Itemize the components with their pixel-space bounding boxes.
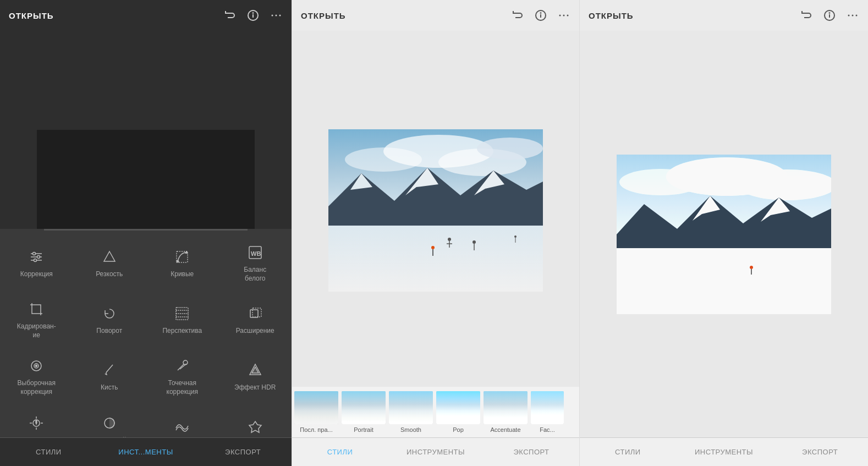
tool-glamour[interactable]: Блесксофита bbox=[0, 405, 73, 437]
svg-point-10 bbox=[37, 255, 40, 258]
tool-selective[interactable]: Выборочнаякоррекция bbox=[0, 348, 73, 405]
svg-point-66 bbox=[473, 240, 476, 244]
tool-crop-label: Кадрирован-ие bbox=[17, 322, 56, 339]
more-icon-1[interactable] bbox=[270, 9, 283, 22]
tool-correction-label: Коррекция bbox=[20, 270, 53, 279]
tool-vintage[interactable]: Винтаж bbox=[219, 405, 292, 437]
info-icon-3[interactable] bbox=[823, 9, 836, 22]
svg-point-52 bbox=[567, 15, 569, 17]
perspective-icon bbox=[173, 305, 191, 322]
sharpness-icon bbox=[101, 248, 118, 266]
tool-selective-label: Выборочнаякоррекция bbox=[18, 379, 56, 396]
panel-2-header: ОТКРЫТЬ bbox=[292, 0, 579, 31]
style-last-edit[interactable]: Посл. пра... bbox=[294, 391, 338, 433]
correction-icon bbox=[28, 248, 45, 266]
info-icon-2[interactable] bbox=[534, 9, 547, 22]
curves-icon bbox=[173, 248, 191, 266]
style-portrait[interactable]: Portrait bbox=[342, 391, 386, 433]
styles-strip: Посл. пра... Portrait Smooth Pop bbox=[292, 387, 579, 437]
tab-export-3[interactable]: ЭКСПОРТ bbox=[772, 438, 868, 466]
header-icons-1 bbox=[223, 9, 283, 22]
more-icon-3[interactable] bbox=[846, 9, 859, 22]
style-accentuate[interactable]: Accentuate bbox=[484, 391, 528, 433]
svg-point-63 bbox=[448, 238, 451, 241]
style-pop[interactable]: Pop bbox=[436, 391, 480, 433]
tool-crop[interactable]: Кадрирован-ие bbox=[0, 292, 73, 348]
svg-marker-38 bbox=[249, 421, 261, 432]
brush-icon bbox=[101, 361, 118, 379]
tool-brush[interactable]: Кисть bbox=[73, 348, 146, 405]
svg-point-9 bbox=[33, 252, 36, 255]
hdr-icon bbox=[246, 361, 264, 379]
tool-tonal[interactable]: Тональныйконтраст bbox=[73, 405, 146, 437]
svg-point-70 bbox=[514, 235, 517, 238]
svg-point-76 bbox=[852, 15, 854, 17]
style-label-pop: Pop bbox=[453, 426, 464, 433]
tool-expand[interactable]: Расширение bbox=[219, 292, 292, 348]
tab-styles-2[interactable]: СТИЛИ bbox=[292, 438, 388, 466]
tool-spotfix[interactable]: Точечнаякоррекция bbox=[146, 348, 219, 405]
style-thumb-last bbox=[294, 391, 338, 424]
tool-hdr[interactable]: Эффект HDR bbox=[219, 348, 292, 405]
more-icon-2[interactable] bbox=[557, 9, 570, 22]
rotate-icon bbox=[101, 305, 118, 322]
tab-tools-2[interactable]: ИНСТРУМЕНТЫ bbox=[388, 438, 484, 466]
open-button-1[interactable]: ОТКРЫТЬ bbox=[9, 11, 54, 20]
panel-2-tabs: СТИЛИ ИНСТРУМЕНТЫ ЭКСПОРТ bbox=[292, 437, 579, 466]
tool-rotate[interactable]: Поворот bbox=[73, 292, 146, 348]
svg-line-27 bbox=[178, 364, 184, 370]
style-thumb-face bbox=[531, 391, 564, 424]
image-area-1 bbox=[0, 31, 292, 229]
undo-icon-3[interactable] bbox=[800, 9, 813, 22]
panel-export: ОТКРЫТЬ bbox=[580, 0, 868, 466]
style-thumb-pop bbox=[436, 391, 480, 424]
image-area-2 bbox=[292, 31, 579, 387]
tool-perspective[interactable]: Перспектива bbox=[146, 292, 219, 348]
tool-curves-label: Кривые bbox=[171, 270, 194, 279]
tool-curves[interactable]: Кривые bbox=[146, 235, 219, 292]
svg-point-13 bbox=[177, 260, 179, 262]
tab-tools-1[interactable]: ИНСТ...МЕНТЫ bbox=[97, 438, 195, 466]
panel-styles: ОТКРЫТЬ bbox=[292, 0, 580, 466]
tool-correction[interactable]: Коррекция bbox=[0, 235, 73, 292]
tool-drama[interactable]: Драма bbox=[146, 405, 219, 437]
style-label-accentuate: Accentuate bbox=[490, 426, 520, 433]
tab-export-1[interactable]: ЭКСПОРТ bbox=[194, 438, 292, 466]
info-icon-1[interactable] bbox=[246, 9, 260, 22]
tool-wb-label: Балансбелого bbox=[244, 266, 266, 283]
tool-brush-label: Кисть bbox=[101, 383, 118, 392]
panel-3-tabs: СТИЛИ ИНСТРУМЕНТЫ ЭКСПОРТ bbox=[580, 437, 868, 466]
tab-styles-3[interactable]: СТИЛИ bbox=[580, 438, 676, 466]
header-icons-3 bbox=[800, 9, 859, 22]
header-icons-2 bbox=[511, 9, 570, 22]
glamour-icon bbox=[28, 414, 45, 432]
svg-point-56 bbox=[345, 147, 422, 172]
svg-line-26 bbox=[106, 365, 113, 372]
tab-tools-3[interactable]: ИНСТРУМЕНТЫ bbox=[676, 438, 772, 466]
svg-point-3 bbox=[272, 15, 273, 17]
image-area-3 bbox=[580, 31, 868, 437]
style-label-portrait: Portrait bbox=[354, 426, 373, 433]
svg-rect-85 bbox=[617, 248, 831, 314]
spotfix-icon bbox=[173, 357, 191, 375]
crop-icon bbox=[28, 300, 45, 318]
tool-wb[interactable]: WB Балансбелого bbox=[219, 235, 292, 292]
undo-icon-1[interactable] bbox=[223, 9, 237, 22]
style-label-last: Посл. пра... bbox=[300, 426, 332, 433]
tab-export-2[interactable]: ЭКСПОРТ bbox=[484, 438, 579, 466]
open-button-2[interactable]: ОТКРЫТЬ bbox=[301, 11, 346, 20]
svg-point-14 bbox=[185, 251, 188, 254]
panel-1-tabs: СТИЛИ ИНСТ...МЕНТЫ ЭКСПОРТ bbox=[0, 437, 292, 466]
ski-photo-3 bbox=[617, 155, 831, 314]
style-smooth[interactable]: Smooth bbox=[389, 391, 433, 433]
tab-styles-1[interactable]: СТИЛИ bbox=[0, 438, 97, 466]
drama-icon bbox=[173, 418, 191, 436]
svg-point-5 bbox=[279, 15, 281, 17]
tool-spotfix-label: Точечнаякоррекция bbox=[167, 379, 198, 396]
style-thumb-accentuate bbox=[484, 391, 528, 424]
tool-sharpness[interactable]: Резкость bbox=[73, 235, 146, 292]
tools-grid: Коррекция Резкость Кривые bbox=[0, 231, 292, 437]
undo-icon-2[interactable] bbox=[511, 9, 524, 22]
open-button-3[interactable]: ОТКРЫТЬ bbox=[589, 11, 634, 20]
style-face[interactable]: Fac... bbox=[531, 391, 564, 433]
